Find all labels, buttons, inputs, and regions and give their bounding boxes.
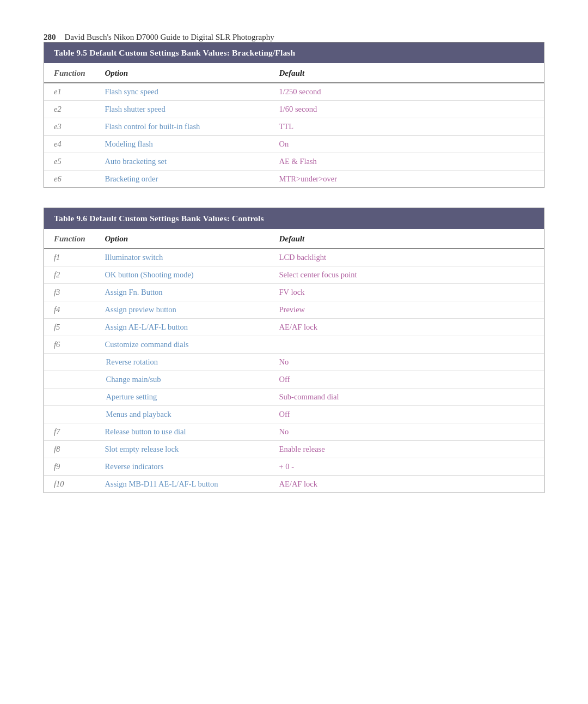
cell-option: Assign Fn. Button <box>95 284 270 301</box>
table-row: e4Modeling flashOn <box>44 136 544 153</box>
table-row: f8Slot empty release lockEnable release <box>44 441 544 458</box>
table-row: f3Assign Fn. ButtonFV lock <box>44 284 544 301</box>
table1-title: Table 9.5 Default Custom Settings Bank V… <box>44 43 544 63</box>
table1-col-option: Option <box>95 63 270 83</box>
cell-option: Assign MB-D11 AE-L/AF-L button <box>95 476 270 493</box>
table1-col-default: Default <box>270 63 544 83</box>
cell-default: Select center focus point <box>270 266 544 284</box>
cell-option: Auto bracketing set <box>95 153 270 171</box>
cell-option: Reverse indicators <box>95 458 270 476</box>
table-row: Reverse rotationNo <box>44 354 544 371</box>
table-row: e2Flash shutter speed1/60 second <box>44 101 544 118</box>
cell-default: No <box>270 423 544 441</box>
cell-function: f8 <box>44 441 95 458</box>
table2-col-option: Option <box>95 229 270 248</box>
table2-col-function: Function <box>44 229 95 248</box>
cell-function: f5 <box>44 319 95 336</box>
cell-default <box>270 336 544 354</box>
cell-default: 1/250 second <box>270 83 544 101</box>
table-row: Change main/subOff <box>44 371 544 389</box>
table2-col-default: Default <box>270 229 544 248</box>
table-row: e3Flash control for built-in flashTTL <box>44 118 544 136</box>
cell-default: AE/AF lock <box>270 476 544 493</box>
table-row: e6Bracketing orderMTR>under>over <box>44 171 544 188</box>
cell-option: Flash shutter speed <box>95 101 270 118</box>
cell-default: AE/AF lock <box>270 319 544 336</box>
cell-default: 1/60 second <box>270 101 544 118</box>
cell-function: f2 <box>44 266 95 284</box>
cell-default: On <box>270 136 544 153</box>
cell-function: f1 <box>44 248 95 266</box>
cell-option: Illuminator switch <box>95 248 270 266</box>
cell-default: Enable release <box>270 441 544 458</box>
table-row: f5Assign AE-L/AF-L buttonAE/AF lock <box>44 319 544 336</box>
cell-default: Off <box>270 371 544 389</box>
table-bracketing-flash: Table 9.5 Default Custom Settings Bank V… <box>44 42 544 188</box>
table-row: f10Assign MB-D11 AE-L/AF-L buttonAE/AF l… <box>44 476 544 493</box>
cell-default: FV lock <box>270 284 544 301</box>
header-title: David Busch's Nikon D7000 Guide to Digit… <box>65 33 274 41</box>
cell-function: e5 <box>44 153 95 171</box>
table-row: f1Illuminator switchLCD backlight <box>44 248 544 266</box>
cell-function: f3 <box>44 284 95 301</box>
table1-content: Function Option Default e1Flash sync spe… <box>44 63 544 187</box>
cell-option: Change main/sub <box>95 371 270 389</box>
cell-option: Bracketing order <box>95 171 270 188</box>
table-controls: Table 9.6 Default Custom Settings Bank V… <box>44 208 544 493</box>
table-row: f7Release button to use dialNo <box>44 423 544 441</box>
cell-option: Customize command dials <box>95 336 270 354</box>
page-header: 280David Busch's Nikon D7000 Guide to Di… <box>44 33 544 42</box>
table-row: Menus and playbackOff <box>44 406 544 423</box>
table1-col-function: Function <box>44 63 95 83</box>
cell-option: Release button to use dial <box>95 423 270 441</box>
cell-default: LCD backlight <box>270 248 544 266</box>
cell-function: e4 <box>44 136 95 153</box>
cell-option: Modeling flash <box>95 136 270 153</box>
cell-default: + 0 - <box>270 458 544 476</box>
page-number: 280 <box>44 33 56 41</box>
cell-function: f10 <box>44 476 95 493</box>
cell-option: Flash control for built-in flash <box>95 118 270 136</box>
cell-default: No <box>270 354 544 371</box>
cell-option: Reverse rotation <box>95 354 270 371</box>
table2-title: Table 9.6 Default Custom Settings Bank V… <box>44 208 544 229</box>
table-row: Aperture settingSub-command dial <box>44 389 544 406</box>
cell-function: f4 <box>44 301 95 319</box>
cell-function <box>44 389 95 406</box>
table-row: f4Assign preview buttonPreview <box>44 301 544 319</box>
cell-function: f7 <box>44 423 95 441</box>
cell-option: OK button (Shooting mode) <box>95 266 270 284</box>
cell-function: e1 <box>44 83 95 101</box>
cell-default: TTL <box>270 118 544 136</box>
cell-default: Sub-command dial <box>270 389 544 406</box>
cell-function: e2 <box>44 101 95 118</box>
cell-function <box>44 406 95 423</box>
cell-function: e6 <box>44 171 95 188</box>
cell-default: Off <box>270 406 544 423</box>
cell-default: MTR>under>over <box>270 171 544 188</box>
cell-function: f9 <box>44 458 95 476</box>
cell-option: Menus and playback <box>95 406 270 423</box>
cell-default: Preview <box>270 301 544 319</box>
table-row: f9Reverse indicators+ 0 - <box>44 458 544 476</box>
table-row: f6Customize command dials <box>44 336 544 354</box>
cell-option: Assign AE-L/AF-L button <box>95 319 270 336</box>
cell-function <box>44 354 95 371</box>
table2-content: Function Option Default f1Illuminator sw… <box>44 229 544 493</box>
table1-header-row: Function Option Default <box>44 63 544 83</box>
cell-option: Assign preview button <box>95 301 270 319</box>
table2-header-row: Function Option Default <box>44 229 544 248</box>
cell-function <box>44 371 95 389</box>
cell-default: AE & Flash <box>270 153 544 171</box>
cell-function: f6 <box>44 336 95 354</box>
cell-option: Slot empty release lock <box>95 441 270 458</box>
cell-option: Flash sync speed <box>95 83 270 101</box>
cell-function: e3 <box>44 118 95 136</box>
table-row: e1Flash sync speed1/250 second <box>44 83 544 101</box>
cell-option: Aperture setting <box>95 389 270 406</box>
table-row: e5Auto bracketing setAE & Flash <box>44 153 544 171</box>
table-row: f2OK button (Shooting mode)Select center… <box>44 266 544 284</box>
